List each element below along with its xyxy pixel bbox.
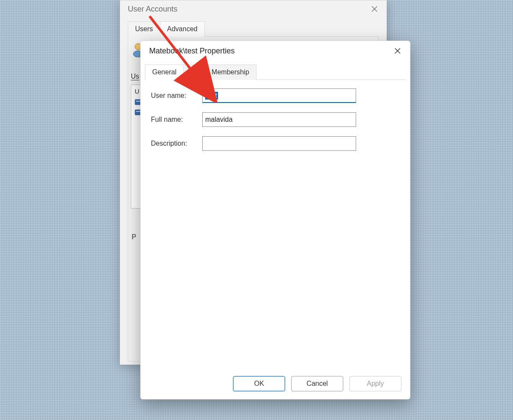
- cancel-button[interactable]: Cancel: [291, 376, 343, 391]
- parent-close-button[interactable]: [363, 0, 386, 18]
- apply-button: Apply: [349, 376, 401, 391]
- child-close-button[interactable]: [385, 41, 410, 62]
- row-username: User name: test: [151, 88, 400, 103]
- close-icon: [395, 46, 401, 56]
- password-section-label: P: [132, 233, 136, 241]
- row-fullname: Full name: malavida: [151, 112, 400, 127]
- tab-advanced[interactable]: Advanced: [160, 21, 205, 37]
- child-body: User name: test Full name: malavida Desc…: [141, 80, 410, 371]
- child-tabstrip: General Group Membership: [145, 64, 406, 80]
- fullname-label: Full name:: [151, 116, 202, 123]
- child-titlebar[interactable]: Matebook\test Properties: [141, 41, 410, 62]
- tab-group-membership[interactable]: Group Membership: [183, 65, 256, 80]
- close-icon: [371, 4, 377, 14]
- fullname-value: malavida: [205, 116, 233, 123]
- username-field[interactable]: test: [202, 88, 356, 103]
- ok-button[interactable]: OK: [233, 376, 285, 391]
- users-heading: Us: [131, 73, 139, 80]
- username-label: User name:: [151, 92, 202, 100]
- description-label: Description:: [151, 140, 202, 147]
- user-properties-window: Matebook\test Properties General Group M…: [140, 41, 410, 399]
- parent-tabstrip: Users Advanced: [128, 21, 379, 37]
- tab-users[interactable]: Users: [128, 21, 160, 37]
- username-value-selected: test: [205, 92, 218, 100]
- fullname-field[interactable]: malavida: [202, 112, 356, 127]
- tab-general[interactable]: General: [145, 65, 184, 80]
- description-field[interactable]: [202, 136, 356, 151]
- dialog-button-bar: OK Cancel Apply: [141, 371, 410, 399]
- parent-window-title: User Accounts: [128, 5, 177, 14]
- child-window-title: Matebook\test Properties: [149, 47, 235, 56]
- child-tabstrip-wrap: General Group Membership: [141, 62, 410, 80]
- row-description: Description:: [151, 136, 400, 151]
- parent-titlebar[interactable]: User Accounts: [120, 0, 386, 18]
